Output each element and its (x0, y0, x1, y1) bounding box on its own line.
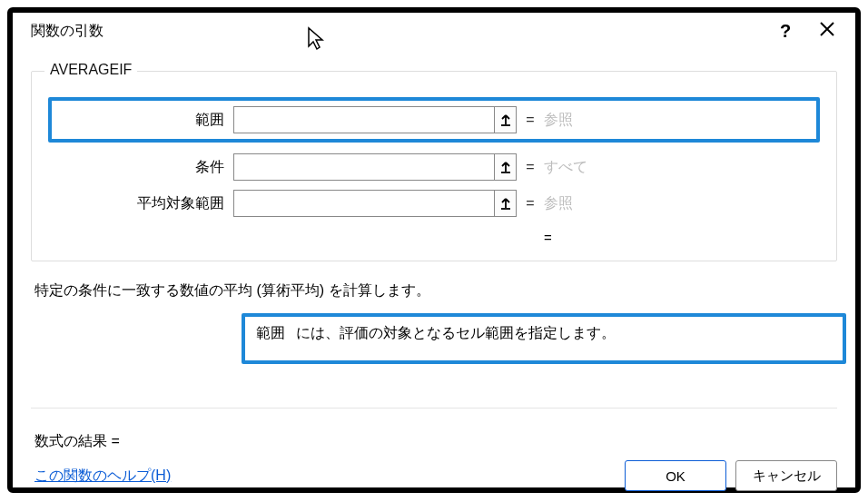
collapse-dialog-button-average-range[interactable] (494, 191, 516, 216)
intermediate-result-eq: = (544, 230, 552, 245)
eq-sign: = (517, 112, 544, 128)
arg-label-criteria: 条件 (54, 158, 233, 177)
formula-result-label: 数式の結果 = (35, 433, 120, 448)
help-icon: ? (780, 21, 791, 42)
dialog-content: AVERAGEIF 範囲 = 参照 (13, 49, 855, 451)
help-link[interactable]: この関数のヘルプ(H) (35, 467, 171, 486)
function-arguments-dialog: 関数の引数 ? AVERAGEIF 範囲 (7, 7, 861, 493)
arg-hint-range: 参照 (544, 111, 724, 130)
arg-row-average-range: 平均対象範囲 = 参照 (54, 186, 814, 221)
arg-input-wrap-range (233, 106, 517, 133)
collapse-dialog-button-criteria[interactable] (494, 154, 516, 180)
arrow-up-icon (499, 160, 512, 174)
arg-input-wrap-criteria (233, 153, 517, 181)
arg-row-range: 範囲 = 参照 (54, 103, 814, 137)
arg-hint-average-range: 参照 (544, 194, 573, 213)
function-summary: 特定の条件に一致する数値の平均 (算術平均) を計算します。 (31, 281, 837, 300)
dialog-title: 関数の引数 (31, 22, 104, 41)
collapse-dialog-button-range[interactable] (494, 107, 516, 133)
arguments-group: AVERAGEIF 範囲 = 参照 (31, 71, 837, 261)
arg-input-average-range[interactable] (233, 190, 517, 217)
eq-sign: = (517, 159, 544, 175)
ok-button[interactable]: OK (625, 460, 726, 491)
separator (31, 408, 837, 408)
help-button[interactable]: ? (764, 13, 806, 49)
argument-description-highlight: 範囲 には、評価の対象となるセル範囲を指定します。 (242, 313, 846, 364)
dialog-footer: この関数のヘルプ(H) OK キャンセル (13, 451, 855, 502)
arg-label-range: 範囲 (54, 111, 233, 130)
cancel-button[interactable]: キャンセル (735, 460, 837, 491)
arg-row-range-highlight: 範囲 = 参照 (48, 97, 820, 143)
arg-input-criteria[interactable] (233, 153, 517, 181)
close-icon (819, 19, 835, 43)
intermediate-result-row: = (54, 224, 814, 250)
formula-result-row: 数式の結果 = (31, 432, 837, 451)
eq-sign: = (517, 195, 544, 212)
function-name: AVERAGEIF (44, 62, 137, 78)
arrow-up-icon (499, 196, 512, 211)
arg-row-criteria: 条件 = すべて (54, 150, 814, 184)
close-button[interactable] (806, 13, 848, 49)
argument-description-name: 範囲 (256, 325, 285, 340)
arg-input-range[interactable] (233, 106, 517, 133)
arg-label-average-range: 平均対象範囲 (54, 194, 233, 213)
arg-hint-criteria: すべて (544, 158, 587, 177)
arrow-up-icon (499, 113, 512, 127)
titlebar: 関数の引数 ? (13, 13, 855, 49)
argument-description-text: には、評価の対象となるセル範囲を指定します。 (296, 325, 616, 340)
arg-input-wrap-average-range (233, 190, 517, 217)
